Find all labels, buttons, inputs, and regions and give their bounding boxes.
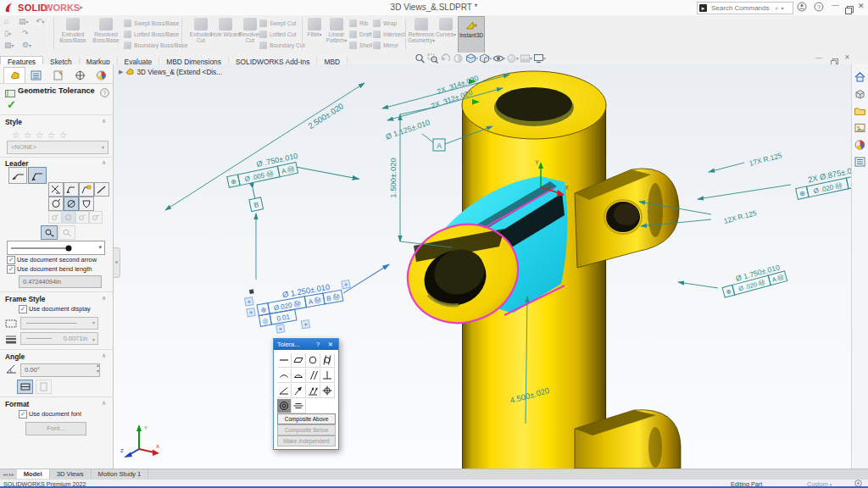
- composite-below-button[interactable]: Composite Below: [277, 424, 336, 435]
- datum-a[interactable]: A: [433, 139, 445, 151]
- dia-1125[interactable]: Ø 1.125±.010: [385, 118, 431, 141]
- straight-leader-button[interactable]: [94, 182, 109, 197]
- document-display-checkbox[interactable]: ✓: [19, 305, 27, 313]
- pm-tab-configurations[interactable]: [47, 69, 68, 82]
- smart-leader-button[interactable]: [79, 182, 94, 197]
- frame-line-style-dropdown[interactable]: ▾: [20, 317, 98, 330]
- open-document-button[interactable]: ▨▾: [4, 41, 14, 49]
- custom-properties-icon[interactable]: [854, 156, 867, 169]
- feature-tree-flyout[interactable]: ▶ 3D Views_& (Extend <Dis...: [119, 67, 222, 77]
- bent-leader-button[interactable]: [28, 167, 47, 184]
- style-collapse-icon[interactable]: ∧: [102, 118, 106, 125]
- format-collapse-icon[interactable]: ∧: [102, 400, 106, 407]
- search-icon[interactable]: ⌕: [775, 4, 778, 13]
- leader-style-slash-button[interactable]: [64, 197, 79, 211]
- linear-pattern-button[interactable]: Linear Pattern▾: [326, 16, 348, 52]
- pm-tab-propertymanager[interactable]: [3, 67, 25, 83]
- view-palette-icon[interactable]: [854, 122, 867, 136]
- options-gear-icon[interactable]: ⚙▾: [22, 41, 31, 49]
- minimize-button[interactable]: —: [832, 1, 839, 9]
- pm-tab-dimxpert[interactable]: [70, 69, 90, 82]
- tree-expand-icon[interactable]: ▶: [119, 69, 123, 75]
- rib-button[interactable]: Rib: [349, 18, 372, 29]
- pm-help-icon[interactable]: ?: [100, 86, 109, 101]
- angle-collapse-icon[interactable]: ∧: [102, 352, 106, 359]
- boundary-boss-base-button[interactable]: Boundary Boss/Base: [124, 40, 187, 51]
- pm-ok-button[interactable]: ✓: [7, 98, 16, 111]
- document-font-checkbox[interactable]: ✓: [19, 410, 27, 419]
- style-section-header[interactable]: Style: [5, 118, 22, 126]
- arrowhead-style-dropdown[interactable]: ▾: [7, 241, 105, 255]
- arrow-style-a-button[interactable]: [48, 211, 62, 224]
- frame-style-collapse-icon[interactable]: ∧: [102, 295, 106, 302]
- style-favorite-buttons[interactable]: ☆☆☆☆☆: [12, 126, 70, 141]
- gtol-symbol-perpendicularity[interactable]: [320, 369, 335, 383]
- arrow-style-d-button[interactable]: [89, 211, 103, 224]
- extruded-boss-base-button[interactable]: Extruded Boss/Base: [57, 16, 89, 52]
- gtol-symbol-straightness[interactable]: [277, 353, 292, 368]
- gtol-symbol-position[interactable]: [320, 384, 335, 398]
- gtol-symbol-total-runout[interactable]: [306, 384, 320, 398]
- fcf-1750[interactable]: Ø 1.750±.010 ⊕ Ø .020 Ⓜ A Ⓜ: [720, 262, 787, 297]
- reference-geometry-button[interactable]: Reference Geometry▾: [408, 16, 435, 52]
- curves-button[interactable]: Curves▾: [436, 16, 456, 52]
- angle-spinner[interactable]: ▴▾: [97, 363, 99, 374]
- selection-grip[interactable]: [249, 289, 254, 294]
- tab-scroll-arrows[interactable]: ◂◂ ▸▸: [0, 472, 17, 477]
- tab-3d-views[interactable]: 3D Views: [50, 469, 92, 479]
- mirror-button[interactable]: Mirror: [373, 40, 405, 51]
- fcf-750[interactable]: Ø .750±.010 ⊕ Ø .005 Ⓜ A Ⓜ B: [225, 140, 361, 214]
- viewport-canvas[interactable]: Y X 2X .314±.030 2X .312±.020 2.50: [113, 64, 851, 469]
- nearest-attach-button[interactable]: [41, 225, 58, 240]
- intersect-button[interactable]: Intersect: [373, 29, 405, 40]
- gtol-symbol-circularity[interactable]: [306, 353, 320, 368]
- doc-minimize-icon[interactable]: —: [815, 53, 822, 61]
- gtol-symbol-flatness[interactable]: [292, 353, 306, 368]
- previous-view-icon[interactable]: [439, 53, 452, 64]
- bend-length-checkbox[interactable]: ✓: [7, 265, 15, 274]
- tab-motion-study[interactable]: Motion Study 1: [92, 469, 149, 479]
- angle-value-field[interactable]: 0.00°: [20, 363, 100, 377]
- search-dropdown-icon[interactable]: ▾: [781, 5, 783, 11]
- revolved-boss-base-button[interactable]: Revolved Boss/Base: [90, 16, 122, 52]
- lofted-boss-base-button[interactable]: Lofted Boss/Base: [124, 29, 187, 40]
- composite-above-button[interactable]: Composite Above: [277, 413, 336, 424]
- gtol-symbol-concentricity[interactable]: [277, 399, 292, 413]
- boundary-cut-button[interactable]: Boundary Cut: [259, 40, 305, 51]
- angle-section-header[interactable]: Angle: [5, 352, 25, 361]
- file-explorer-icon[interactable]: [854, 105, 867, 119]
- swept-boss-base-button[interactable]: Swept Boss/Base: [124, 18, 187, 29]
- tolerance-dialog-titlebar[interactable]: Tolera... ? ✕: [274, 339, 338, 350]
- help-icon[interactable]: ?: [814, 2, 824, 14]
- fcf-1250-selected[interactable]: Ø 1.250±.010 ⊕ Ø.020 Ⓜ A Ⓜ B Ⓜ ◎ 0.01 ++…: [243, 264, 398, 338]
- datum-b[interactable]: B: [253, 200, 259, 209]
- panel-collapse-handle[interactable]: ◂: [113, 247, 120, 278]
- swept-cut-button[interactable]: Swept Cut: [259, 18, 305, 29]
- tolerance-dialog-help-icon[interactable]: ?: [316, 339, 320, 350]
- new-document-button[interactable]: ▯▾: [4, 29, 11, 37]
- dim-2500[interactable]: 2.500±.020: [306, 101, 345, 130]
- zoom-to-fit-icon[interactable]: [414, 53, 426, 64]
- shell-button[interactable]: Shell: [349, 40, 372, 51]
- frame-style-header[interactable]: Frame Style: [5, 295, 45, 303]
- arrow-style-c-button[interactable]: [75, 211, 89, 224]
- search-input[interactable]: [709, 3, 772, 13]
- second-arrow-checkbox[interactable]: ✓: [7, 256, 15, 264]
- close-button[interactable]: ✕: [858, 2, 865, 10]
- format-section-header[interactable]: Format: [5, 400, 29, 408]
- leader-style-shield-button[interactable]: [79, 197, 94, 211]
- arrow-style-b-button[interactable]: [62, 211, 75, 224]
- gtol-symbol-cylindricity[interactable]: [320, 353, 335, 368]
- zoom-to-area-icon[interactable]: [426, 53, 439, 64]
- no-leader-button[interactable]: [48, 182, 64, 197]
- frame-thickness-dropdown[interactable]: 0.0071in▾: [20, 332, 98, 345]
- leader-style-circle-button[interactable]: [48, 197, 64, 211]
- instant3d-button[interactable]: Instant3D: [458, 16, 485, 53]
- leader-collapse-icon[interactable]: ∧: [102, 159, 106, 166]
- doc-close-icon[interactable]: ✕: [844, 53, 850, 61]
- search-commands-box[interactable]: ▸ ⌕ ▾: [697, 2, 793, 14]
- save-button[interactable]: ▤▾: [19, 17, 29, 25]
- tab-model[interactable]: Model: [17, 469, 50, 479]
- user-account-icon[interactable]: [797, 2, 807, 14]
- pm-tab-featuremanager[interactable]: [25, 69, 46, 82]
